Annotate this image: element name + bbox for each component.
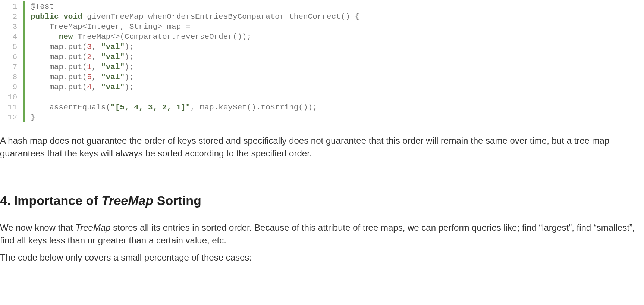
code-line: TreeMap<Integer, String> map = xyxy=(31,22,644,32)
code-line xyxy=(31,92,644,102)
line-number: 2 xyxy=(0,12,17,22)
code-line: } xyxy=(31,112,644,122)
code-block: 123456789101112 @Testpublic void givenTr… xyxy=(0,0,644,124)
heading-suffix: Sorting xyxy=(153,193,201,208)
line-number: 8 xyxy=(0,72,17,82)
code-line: map.put(2, "val"); xyxy=(31,52,644,62)
code-left-border xyxy=(23,1,25,122)
code-content: @Testpublic void givenTreeMap_whenOrders… xyxy=(31,1,644,122)
line-number: 4 xyxy=(0,32,17,42)
p2-italic: TreeMap xyxy=(75,222,110,233)
code-line: map.put(1, "val"); xyxy=(31,62,644,72)
code-line: assertEquals("[5, 4, 3, 2, 1]", map.keyS… xyxy=(31,102,644,112)
line-number: 11 xyxy=(0,102,17,112)
p2-before: We now know that xyxy=(0,222,75,233)
line-number: 9 xyxy=(0,82,17,92)
line-number: 1 xyxy=(0,1,17,12)
paragraph-treemap-queries: We now know that TreeMap stores all its … xyxy=(0,221,644,247)
article-fragment: 123456789101112 @Testpublic void givenTr… xyxy=(0,0,644,268)
paragraph-hashmap-vs-treemap: A hash map does not guarantee the order … xyxy=(0,134,644,160)
section-heading: 4. Importance of TreeMap Sorting xyxy=(0,193,644,208)
paragraph-code-intro: The code below only covers a small perce… xyxy=(0,251,644,264)
code-line: new TreeMap<>(Comparator.reverseOrder())… xyxy=(31,32,644,42)
line-number: 12 xyxy=(0,112,17,122)
code-line: map.put(3, "val"); xyxy=(31,42,644,52)
line-number-gutter: 123456789101112 xyxy=(0,1,23,122)
heading-prefix: 4. Importance of xyxy=(0,193,101,208)
code-line: @Test xyxy=(31,1,644,12)
line-number: 3 xyxy=(0,22,17,32)
line-number: 5 xyxy=(0,42,17,52)
line-number: 10 xyxy=(0,92,17,102)
code-line: map.put(5, "val"); xyxy=(31,72,644,82)
line-number: 7 xyxy=(0,62,17,72)
line-number: 6 xyxy=(0,52,17,62)
code-line: public void givenTreeMap_whenOrdersEntri… xyxy=(31,12,644,22)
code-line: map.put(4, "val"); xyxy=(31,82,644,92)
heading-italic: TreeMap xyxy=(101,193,153,208)
